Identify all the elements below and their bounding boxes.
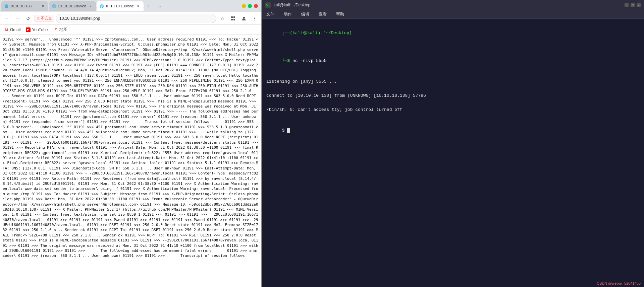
terminal-maximize-button[interactable]: □ (631, 3, 635, 7)
terminal-panel: $ kali@kali: ~/Desktop ─ □ × 文件 动作 编辑 查看… (262, 0, 644, 287)
maps-favicon: 📍 (53, 27, 58, 32)
bookmark-maps[interactable]: 📍 地图 (52, 26, 69, 33)
page-text: 01191 >>> server"... Unbalanced '"' 0119… (3, 37, 258, 258)
tab-overflow-button[interactable]: ⌄ (156, 2, 164, 10)
youtube-favicon: ▶ (26, 27, 31, 32)
menu-action[interactable]: 动作 (282, 11, 294, 18)
shell-prompt: $ (282, 128, 287, 133)
close-button[interactable] (254, 4, 258, 8)
tab-favicon-1: 🌐 (4, 4, 9, 8)
bookmarks-bar: M Gmail ▶ YouTube 📍 地图 (0, 25, 261, 35)
terminal-footer: CSDN @weixin_52641450 (262, 279, 644, 287)
terminal-title-text: kali@kali: ~/Desktop (274, 3, 310, 7)
menu-edit[interactable]: 编辑 (299, 11, 311, 18)
security-indicator[interactable]: ⚠ 不安全 (34, 15, 54, 22)
prompt-user-text: ┌──(kali㉿kali)-[~/Desktop] (282, 30, 352, 35)
svg-text:$: $ (266, 3, 268, 7)
bookmark-gmail[interactable]: M Gmail (3, 27, 22, 33)
prompt-line: ┌──(kali㉿kali)-[~/Desktop] (266, 23, 639, 44)
tab-title-2: 10.10.10.138/ven (58, 4, 87, 8)
tab-favicon-3: 🌐 (99, 4, 104, 8)
tab-3[interactable]: 🌐 10.10.10.138/she × (97, 1, 144, 11)
output-line-2: connect to [10.10.10.130] from (UNKNOWN)… (266, 92, 639, 99)
prompt-dollar: └─$ (282, 58, 292, 63)
svg-rect-3 (233, 19, 235, 20)
tab-title-1: 10.10.10.138 (10, 4, 39, 8)
tab-close-1[interactable]: × (40, 3, 46, 9)
output-line-1: listening on [any] 5555 ... (266, 78, 639, 85)
terminal-close-button[interactable]: × (637, 3, 641, 7)
bookmark-gmail-label: Gmail (10, 27, 20, 32)
tab-close-2[interactable]: × (88, 3, 93, 9)
output-line-3: /bin/sh: 0: can't access tty; job contro… (266, 106, 639, 114)
minimize-button[interactable] (242, 4, 246, 8)
browser-panel: 🌐 10.10.10.138 × 🌐 10.10.10.138/ven × 🌐 … (0, 0, 262, 287)
terminal-body: ┌──(kali㉿kali)-[~/Desktop] └─$ nc -nlvp … (262, 19, 644, 279)
terminal-titlebar: $ kali@kali: ~/Desktop ─ □ × (262, 0, 644, 10)
tab-1[interactable]: 🌐 10.10.10.138 × (1, 1, 48, 11)
tab-close-3[interactable]: × (136, 3, 141, 9)
menu-help[interactable]: 帮助 (334, 11, 346, 18)
terminal-window-controls: ─ □ × (625, 3, 641, 7)
bookmark-maps-label: 地图 (59, 27, 67, 32)
svg-rect-0 (231, 16, 233, 18)
output-line-4: $ (266, 120, 639, 141)
profile-button[interactable] (239, 14, 249, 23)
forward-button[interactable]: → (13, 14, 22, 23)
menu-file[interactable]: 文件 (264, 11, 276, 18)
new-tab-button[interactable]: + (144, 1, 154, 11)
menu-view[interactable]: 查看 (317, 11, 329, 18)
bookmark-youtube-label: YouTube (32, 27, 48, 32)
terminal-icon: $ (265, 2, 271, 8)
terminal-minimize-button[interactable]: ─ (625, 3, 629, 7)
svg-point-4 (243, 17, 245, 19)
tab-title-3: 10.10.10.138/she (105, 4, 134, 8)
nav-bar: ← → ↺ ⚠ 不安全 ☆ ⋮ (0, 12, 261, 25)
reload-button[interactable]: ↺ (23, 14, 33, 23)
terminal-title-left: $ kali@kali: ~/Desktop (265, 2, 310, 8)
extension-button[interactable] (228, 14, 238, 23)
bookmark-button[interactable]: ☆ (218, 14, 227, 23)
command-line: └─$ nc -nlvp 5555 (266, 51, 639, 71)
maximize-button[interactable] (248, 4, 252, 8)
watermark-text: CSDN @weixin_52641450 (597, 281, 641, 285)
terminal-menubar: 文件 动作 编辑 查看 帮助 (262, 10, 644, 19)
tab-bar: 🌐 10.10.10.138 × 🌐 10.10.10.138/ven × 🌐 … (0, 0, 261, 12)
window-controls (242, 4, 260, 8)
address-bar[interactable] (56, 14, 216, 23)
gmail-favicon: M (4, 27, 9, 32)
security-label: 不安全 (41, 16, 52, 21)
terminal-command: nc -nlvp 5555 (292, 58, 326, 63)
terminal-cursor (287, 128, 290, 133)
bookmark-youtube[interactable]: ▶ YouTube (24, 27, 49, 33)
svg-rect-2 (231, 19, 233, 20)
tab-2[interactable]: 🌐 10.10.10.138/ven × (49, 1, 96, 11)
svg-rect-1 (233, 16, 235, 18)
tab-favicon-2: 🌐 (52, 4, 56, 8)
page-content: 01191 >>> server"... Unbalanced '"' 0119… (0, 35, 261, 287)
back-button[interactable]: ← (2, 14, 11, 23)
security-icon: ⚠ (37, 16, 40, 20)
more-menu-button[interactable]: ⋮ (250, 14, 259, 23)
